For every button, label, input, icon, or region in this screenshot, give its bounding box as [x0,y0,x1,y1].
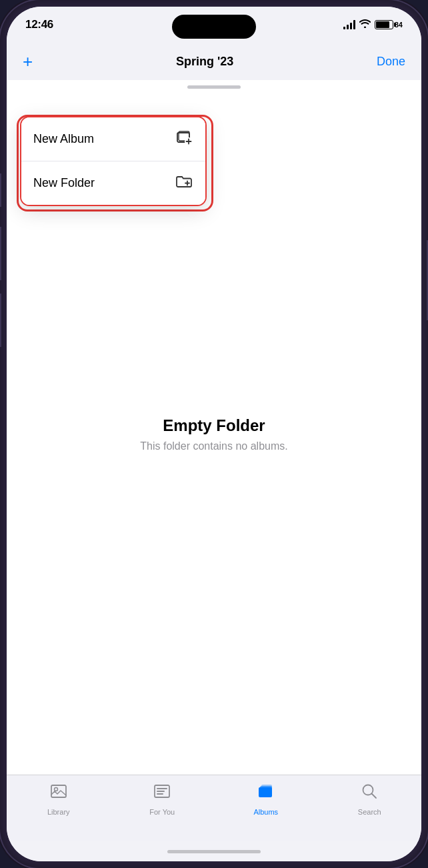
new-folder-label: New Folder [33,176,95,190]
battery-fill [376,21,389,28]
page-title: Spring '23 [176,55,233,69]
scroll-hint [7,80,421,93]
phone-frame: 12:46 [0,0,428,868]
search-tab-label: Search [358,808,381,816]
albums-tab-label: Albums [253,808,278,816]
new-album-icon [175,128,193,150]
wifi-icon [359,19,371,30]
phone-screen: 12:46 [7,7,421,861]
nav-bar: + Spring '23 Done [7,43,421,80]
tab-albums[interactable]: Albums [214,782,318,816]
dynamic-island [172,15,256,39]
library-tab-label: Library [47,808,70,816]
svg-rect-8 [51,785,66,797]
for-you-icon [153,782,171,805]
tab-bar: Library For You [7,775,421,841]
status-bar: 12:46 [7,7,421,43]
tab-library[interactable]: Library [7,782,111,816]
tab-search[interactable]: Search [318,782,422,816]
add-button[interactable]: + [23,53,33,70]
svg-rect-12 [157,791,165,792]
volume-down-button [0,294,1,347]
home-indicator [7,841,421,861]
screen-inner: + Spring '23 Done New Album [7,43,421,861]
svg-rect-16 [261,785,272,794]
new-album-item[interactable]: New Album [21,117,205,161]
new-folder-item[interactable]: New Folder [21,161,205,205]
battery-icon: 84 [375,20,403,29]
tab-for-you[interactable]: For You [111,782,215,816]
mute-button [0,173,1,207]
search-icon [360,782,379,805]
signal-icon [343,20,355,29]
empty-folder-subtitle: This folder contains no albums. [140,440,287,452]
svg-line-18 [372,794,377,799]
svg-rect-13 [157,793,163,795]
svg-point-9 [54,788,57,791]
status-time: 12:46 [25,18,53,31]
new-album-label: New Album [33,132,94,146]
new-folder-icon [175,172,193,194]
home-bar [167,850,261,853]
status-right-icons: 84 [343,19,403,30]
empty-folder-title: Empty Folder [163,416,265,435]
done-button[interactable]: Done [377,55,405,69]
for-you-tab-label: For You [149,808,175,816]
svg-rect-11 [157,788,167,789]
albums-icon [257,782,275,805]
dropdown-menu: New Album [20,116,207,206]
volume-up-button [0,227,1,280]
dropdown-container: New Album [20,116,207,206]
library-icon [49,782,68,805]
